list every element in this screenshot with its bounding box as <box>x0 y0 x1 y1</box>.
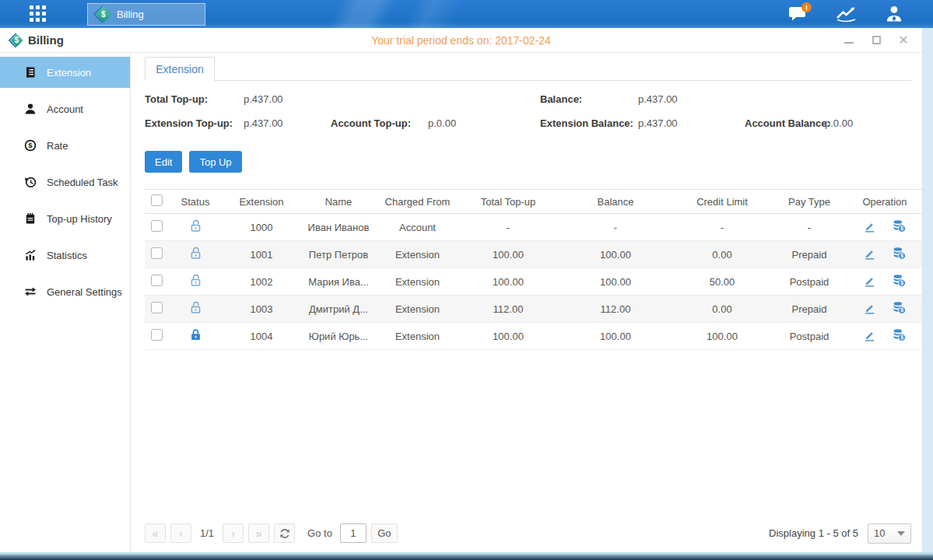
tab-extension[interactable]: Extension <box>145 57 215 81</box>
next-page-button[interactable]: › <box>223 523 244 543</box>
cell-total-topup: 100.00 <box>458 268 558 296</box>
sidebar-item-topup-history[interactable]: Top-up History <box>0 203 130 234</box>
goto-label: Go to <box>307 527 332 539</box>
balance-value: p.437.00 <box>638 93 678 105</box>
row-checkbox[interactable] <box>151 275 163 286</box>
cell-charged-from: Extension <box>377 241 458 268</box>
topbar-billing-tab[interactable]: $ Billing <box>87 3 205 26</box>
topbar: $ Billing ! <box>0 0 933 28</box>
first-page-button[interactable]: « <box>145 523 166 543</box>
svg-text:$: $ <box>900 253 903 259</box>
close-icon[interactable]: ✕ <box>898 35 909 46</box>
svg-text:$: $ <box>900 280 903 286</box>
user-account-icon[interactable] <box>883 4 905 24</box>
table-row[interactable]: 1003 Дмитрий Д... Extension 112.00 112.0… <box>145 296 922 323</box>
account-balance-label: Account Balance: <box>745 117 830 129</box>
sidebar-item-scheduled-task[interactable]: Scheduled Task <box>0 166 130 198</box>
edit-pencil-icon[interactable] <box>864 303 875 314</box>
reports-chart-icon[interactable] <box>835 4 857 24</box>
topup-coins-icon[interactable]: $ <box>893 219 906 233</box>
topbar-right-icons: ! <box>787 0 905 28</box>
minimize-icon[interactable] <box>844 35 854 46</box>
cell-name: Иван Иванов <box>300 214 377 241</box>
prev-page-button[interactable]: ‹ <box>170 523 191 543</box>
last-page-button[interactable]: » <box>248 523 269 543</box>
cell-status <box>168 323 223 350</box>
window-bottom-edge <box>0 552 933 560</box>
edit-pencil-icon[interactable] <box>864 221 875 233</box>
extension-topup-value: p.437.00 <box>244 117 283 129</box>
top-up-button[interactable]: Top Up <box>189 151 241 173</box>
cell-total-topup: 100.00 <box>458 241 558 268</box>
edit-pencil-icon[interactable] <box>864 275 875 287</box>
person-bust-icon <box>885 5 903 23</box>
cell-name: Дмитрий Д... <box>300 296 377 323</box>
refresh-icon <box>279 528 290 539</box>
extension-balance-label: Extension Balance: <box>540 117 633 129</box>
sidebar-item-rate[interactable]: $ Rate <box>0 130 130 161</box>
topup-coins-icon[interactable]: $ <box>893 328 906 341</box>
row-checkbox-cell <box>145 323 168 350</box>
edit-pencil-icon[interactable] <box>864 330 875 341</box>
sidebar-item-statistics[interactable]: Statistics <box>0 240 130 271</box>
window-controls: ✕ <box>844 35 922 46</box>
svg-text:$: $ <box>900 334 903 341</box>
cell-pay-type: Prepaid <box>771 241 847 268</box>
cell-extension: 1002 <box>223 268 300 296</box>
row-checkbox[interactable] <box>151 302 163 313</box>
sidebar-item-extension[interactable]: Extension <box>0 57 130 88</box>
cell-balance: 100.00 <box>558 323 673 350</box>
sidebar-item-account[interactable]: Account <box>0 93 130 124</box>
goto-page-input[interactable] <box>340 523 367 543</box>
cell-name: Петр Петров <box>300 241 377 268</box>
messages-icon[interactable]: ! <box>787 4 808 24</box>
column-header: Extension <box>223 190 300 214</box>
edit-pencil-icon[interactable] <box>864 248 875 260</box>
ledger-icon <box>24 66 37 79</box>
table-row[interactable]: 1000 Иван Иванов Account - - - - $ <box>145 214 922 241</box>
cell-credit-limit: 0.00 <box>673 296 771 323</box>
go-button[interactable]: Go <box>371 523 398 543</box>
cell-total-topup: - <box>458 214 558 241</box>
line-chart-icon <box>836 5 857 23</box>
dollar-circle-icon: $ <box>24 139 37 152</box>
cell-name: Мария Ива... <box>300 268 377 296</box>
row-checkbox[interactable] <box>151 220 163 232</box>
window-title: Billing <box>28 33 64 47</box>
edit-button[interactable]: Edit <box>145 151 182 173</box>
cell-extension: 1000 <box>223 214 300 241</box>
column-header: Name <box>300 190 377 214</box>
table-row[interactable]: 1004 Юрий Юрь... Extension 100.00 100.00… <box>145 323 922 350</box>
cell-charged-from: Account <box>377 214 458 241</box>
trial-notice: Your trial period ends on: 2017-02-24 <box>0 34 922 47</box>
table-row[interactable]: 1002 Мария Ива... Extension 100.00 100.0… <box>145 268 922 296</box>
sidebar-item-general-settings[interactable]: General Settings <box>0 276 130 307</box>
page-size-value: 10 <box>874 527 885 539</box>
lock-closed-icon <box>189 328 202 341</box>
topup-coins-icon[interactable]: $ <box>893 274 906 287</box>
column-header: Charged From <box>377 190 458 214</box>
workspace: Extension Account $ Rate <box>0 53 922 551</box>
table-row[interactable]: 1001 Петр Петров Extension 100.00 100.00… <box>145 241 922 268</box>
cell-charged-from: Extension <box>377 323 458 350</box>
sidebar-item-label: Top-up History <box>47 213 112 225</box>
lock-open-icon <box>189 219 202 233</box>
topup-coins-icon[interactable]: $ <box>893 301 906 314</box>
select-all-checkbox[interactable] <box>151 194 163 206</box>
notification-badge: ! <box>801 2 812 12</box>
account-balance-value: p.0.00 <box>825 117 853 129</box>
row-checkbox[interactable] <box>151 247 163 259</box>
row-checkbox[interactable] <box>151 329 163 341</box>
billing-window: $ Billing Your trial period ends on: 201… <box>0 28 923 552</box>
maximize-icon[interactable] <box>871 35 882 46</box>
cell-status <box>168 241 223 268</box>
topup-coins-icon[interactable]: $ <box>893 247 906 260</box>
cell-name: Юрий Юрь... <box>300 323 377 350</box>
cell-balance: 100.00 <box>558 268 673 296</box>
row-checkbox-cell <box>145 296 168 323</box>
sidebar-item-label: General Settings <box>47 286 122 298</box>
page-size-select[interactable]: 10 <box>868 523 911 544</box>
apps-grid-icon[interactable] <box>30 5 53 23</box>
refresh-button[interactable] <box>274 523 295 543</box>
lock-open-icon <box>189 274 202 287</box>
